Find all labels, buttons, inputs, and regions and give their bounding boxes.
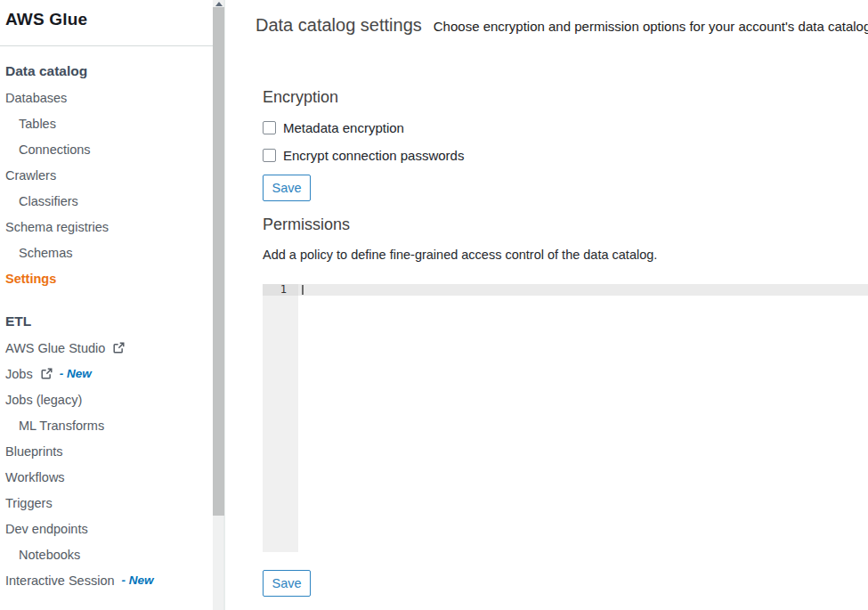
sidebar-item-crawlers[interactable]: Crawlers bbox=[5, 162, 213, 188]
sidebar-item-ml-transforms[interactable]: ML Transforms bbox=[5, 412, 213, 438]
sidebar-divider bbox=[0, 45, 213, 46]
sidebar-item-databases[interactable]: Databases bbox=[5, 85, 213, 110]
sidebar-item-jobs[interactable]: Jobs - New bbox=[5, 361, 213, 386]
sidebar-item-label: Schemas bbox=[19, 246, 72, 260]
sidebar-item-label: Jobs bbox=[5, 367, 33, 381]
editor-cursor bbox=[302, 285, 304, 295]
sidebar-item-schemas[interactable]: Schemas bbox=[5, 240, 213, 265]
sidebar-item-blueprints[interactable]: Blueprints bbox=[5, 438, 213, 464]
sidebar-item-label: Interactive Session bbox=[5, 573, 115, 588]
sidebar-item-aws-glue-studio[interactable]: AWS Glue Studio bbox=[5, 335, 213, 361]
sidebar-item-label: Workflows bbox=[5, 470, 65, 484]
new-badge: - New bbox=[122, 573, 154, 587]
permissions-save-button[interactable]: Save bbox=[263, 570, 311, 597]
sidebar-section-header-data-catalog: Data catalog bbox=[5, 57, 213, 85]
policy-editor[interactable]: 1 bbox=[263, 284, 868, 552]
sidebar-item-label: Connections bbox=[19, 142, 91, 157]
page-subtitle: Choose encryption and permission options… bbox=[434, 19, 868, 34]
sidebar-item-label: Databases bbox=[5, 91, 67, 105]
scrollbar-thumb[interactable] bbox=[213, 7, 224, 516]
sidebar-item-label: Classifiers bbox=[19, 194, 78, 208]
encryption-save-button[interactable]: Save bbox=[263, 175, 311, 201]
encrypt-connection-passwords-row[interactable]: Encrypt connection passwords bbox=[263, 148, 464, 162]
metadata-encryption-checkbox[interactable] bbox=[263, 121, 276, 134]
sidebar-item-interactive-session[interactable]: Interactive Session- New bbox=[5, 567, 213, 593]
sidebar-item-label: Jobs (legacy) bbox=[5, 393, 82, 407]
external-link-icon bbox=[41, 368, 53, 379]
sidebar-section-header-etl: ETL bbox=[5, 307, 213, 335]
sidebar-nav: Data catalogDatabasesTablesConnectionsCr… bbox=[5, 57, 213, 593]
aws-glue-console: AWS Glue Data catalogDatabasesTablesConn… bbox=[0, 0, 868, 610]
scroll-up-arrow-icon[interactable] bbox=[215, 2, 223, 6]
sidebar: AWS Glue Data catalogDatabasesTablesConn… bbox=[0, 0, 213, 610]
page-title: Data catalog settings bbox=[256, 15, 422, 36]
page-header: Data catalog settings Choose encryption … bbox=[256, 15, 868, 36]
sidebar-item-label: Blueprints bbox=[5, 444, 62, 459]
sidebar-item-label: ML Transforms bbox=[19, 419, 104, 433]
sidebar-item-label: Schema registries bbox=[5, 220, 109, 234]
editor-active-line bbox=[298, 284, 868, 296]
sidebar-item-label: Dev endpoints bbox=[5, 522, 88, 536]
main-content: Data catalog settings Choose encryption … bbox=[227, 0, 868, 610]
sidebar-item-tables[interactable]: Tables bbox=[5, 110, 213, 136]
sidebar-item-triggers[interactable]: Triggers bbox=[5, 490, 213, 516]
sidebar-item-settings[interactable]: Settings bbox=[5, 265, 213, 291]
encrypt-connection-passwords-checkbox[interactable] bbox=[263, 149, 276, 162]
sidebar-item-label: Triggers bbox=[5, 496, 53, 510]
metadata-encryption-label: Metadata encryption bbox=[283, 120, 404, 135]
permissions-heading: Permissions bbox=[263, 216, 350, 234]
sidebar-item-label: Tables bbox=[19, 117, 56, 131]
sidebar-item-classifiers[interactable]: Classifiers bbox=[5, 188, 213, 214]
encryption-heading: Encryption bbox=[263, 88, 338, 107]
new-badge: - New bbox=[60, 367, 92, 380]
app-title: AWS Glue bbox=[5, 10, 213, 29]
sidebar-item-connections[interactable]: Connections bbox=[5, 136, 213, 162]
sidebar-item-notebooks[interactable]: Notebooks bbox=[5, 541, 213, 567]
permissions-description: Add a policy to define fine-grained acce… bbox=[263, 248, 657, 262]
sidebar-scrollbar[interactable] bbox=[213, 0, 225, 610]
sidebar-item-label: Crawlers bbox=[5, 168, 56, 183]
metadata-encryption-row[interactable]: Metadata encryption bbox=[263, 120, 404, 134]
external-link-icon bbox=[113, 342, 125, 354]
sidebar-item-label: Notebooks bbox=[19, 548, 80, 562]
sidebar-item-dev-endpoints[interactable]: Dev endpoints bbox=[5, 516, 213, 541]
editor-line-number: 1 bbox=[263, 284, 298, 296]
encrypt-connection-passwords-label: Encrypt connection passwords bbox=[283, 148, 464, 163]
editor-content[interactable] bbox=[298, 284, 868, 552]
sidebar-item-label: AWS Glue Studio bbox=[5, 341, 105, 355]
sidebar-item-workflows[interactable]: Workflows bbox=[5, 464, 213, 490]
sidebar-item-jobs-legacy[interactable]: Jobs (legacy) bbox=[5, 386, 213, 412]
editor-gutter: 1 bbox=[263, 284, 298, 552]
sidebar-item-label: Settings bbox=[5, 272, 56, 286]
sidebar-item-schema-registries[interactable]: Schema registries bbox=[5, 214, 213, 240]
